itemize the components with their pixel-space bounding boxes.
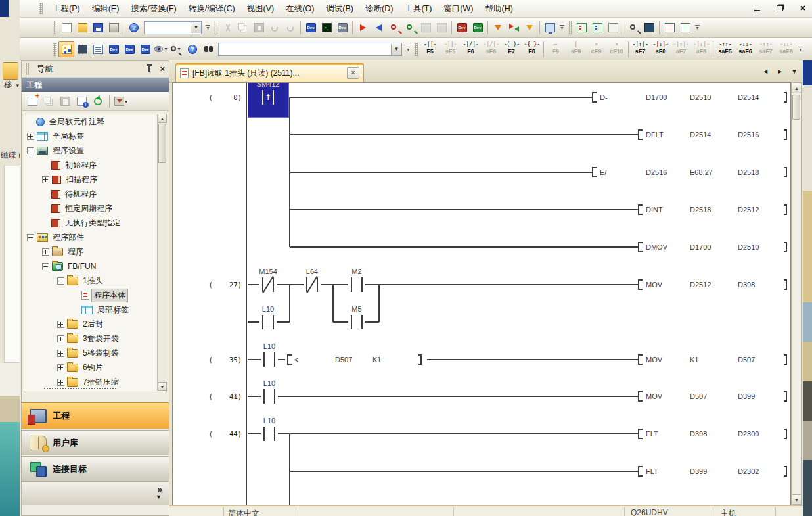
instruction-operand[interactable]: D507	[690, 392, 707, 401]
toolbar-grip[interactable]	[568, 21, 572, 34]
instruction-operand[interactable]: D2300	[738, 430, 759, 438]
nav-button-connection[interactable]: 连接目标	[22, 456, 169, 481]
nav-paste-button[interactable]	[58, 94, 72, 108]
tree-item[interactable]: FB/FUN	[24, 259, 166, 273]
expand-icon[interactable]	[57, 364, 64, 371]
instruction-operand[interactable]: D2518	[738, 168, 759, 177]
instruction-dflt[interactable]: DFLT	[646, 131, 664, 139]
menu-item[interactable]: 编辑(E)	[86, 1, 125, 16]
ladder-key-F7[interactable]: -( )-F7	[501, 39, 522, 59]
chevron-down-icon[interactable]: ▼	[156, 494, 162, 500]
menu-item[interactable]: 帮助(H)	[479, 1, 518, 16]
save-project-button[interactable]	[90, 20, 106, 35]
tree-item[interactable]: 7推链压缩	[24, 375, 166, 389]
contact-m5[interactable]	[348, 315, 365, 329]
new-project-button[interactable]	[58, 20, 74, 35]
tree-item[interactable]: 程序部件	[24, 230, 166, 245]
tab-prev-icon[interactable]: ◄	[762, 68, 769, 75]
toolbar-overflow-icon[interactable]	[796, 42, 805, 57]
tab-next-icon[interactable]: ►	[777, 68, 783, 75]
scrollbar-thumb[interactable]	[158, 124, 166, 163]
instruction-operand[interactable]: E68.27	[690, 168, 713, 177]
device-list-button[interactable]: Dev	[122, 41, 137, 57]
module-config-button[interactable]	[74, 41, 90, 57]
instruction-mov[interactable]: MOV	[646, 281, 662, 289]
contact-m154[interactable]	[259, 277, 277, 292]
ladder-key-sF9[interactable]: |sF9	[566, 39, 586, 59]
toolbar-overflow-icon[interactable]	[558, 20, 566, 35]
tree-item[interactable]: 2后封	[24, 317, 166, 331]
device-monitor-button[interactable]: >_	[319, 20, 334, 35]
ladder-key-cF9[interactable]: ×cF9	[586, 39, 606, 59]
instruction-operand[interactable]: D399	[690, 467, 707, 476]
open-project-button[interactable]	[74, 20, 90, 35]
toolbar-overflow-icon[interactable]	[693, 20, 702, 35]
pin-icon[interactable]	[148, 66, 150, 72]
instruction-dmov[interactable]: DMOV	[646, 243, 667, 252]
expand-icon[interactable]	[57, 379, 64, 386]
parameter-write-button[interactable]	[490, 20, 506, 35]
compare-operand[interactable]: D507	[335, 356, 352, 364]
print-button[interactable]	[106, 20, 122, 35]
paste-button[interactable]	[251, 20, 267, 35]
monitor-start-button[interactable]	[386, 20, 402, 35]
device-comment-button[interactable]: Dev	[303, 20, 319, 35]
tree-item[interactable]: 全局标签	[24, 129, 166, 143]
window-select-combo[interactable]: ▼	[144, 21, 202, 34]
ladder-monitor-pause-button[interactable]	[589, 20, 605, 35]
contact-l10[interactable]	[261, 352, 278, 367]
device-test-button[interactable]: Dev	[334, 20, 350, 35]
restore-button[interactable]	[773, 2, 786, 14]
navigation-more-panel[interactable]: » ▼	[22, 481, 169, 505]
collapse-icon[interactable]	[57, 277, 64, 285]
ladder-key-aF8[interactable]: -|↓|-aF8	[691, 39, 711, 59]
scrollbar-thumb[interactable]	[792, 95, 800, 120]
expand-icon[interactable]	[57, 335, 64, 342]
verify-with-plc-button[interactable]	[418, 20, 434, 35]
scroll-up-icon[interactable]: ▲	[792, 83, 801, 93]
tree-item[interactable]: 1推头	[24, 273, 166, 288]
remote-operation-button[interactable]	[434, 20, 449, 35]
compare-operator[interactable]: <	[294, 356, 298, 364]
tree-item[interactable]: 3套袋开袋	[24, 331, 166, 346]
contact-l10[interactable]	[261, 427, 278, 441]
ladder-key-sF7[interactable]: -|↑|-sF7	[630, 39, 650, 59]
ladder-key-sF5[interactable]: -||-sF5	[440, 39, 461, 59]
tree-item[interactable]: 程序设置	[24, 143, 166, 158]
panel-grip[interactable]	[26, 63, 29, 75]
toolbar-overflow-icon[interactable]	[404, 42, 413, 57]
panel-close-icon[interactable]	[160, 64, 165, 74]
nav-refresh-button[interactable]	[91, 94, 105, 108]
ladder-key-F5[interactable]: -||-F5	[420, 39, 440, 59]
menu-item[interactable]: 工程(P)	[47, 1, 86, 16]
contact-sm412[interactable]: ↑	[259, 90, 277, 105]
instruction-dint[interactable]: DINT	[646, 206, 663, 214]
menu-item[interactable]: 转换/编译(C)	[183, 1, 241, 16]
parameter-read-button[interactable]	[522, 20, 537, 35]
contact-l64[interactable]	[304, 277, 321, 292]
undo-button[interactable]	[267, 20, 282, 35]
redo-button[interactable]	[282, 20, 298, 35]
ladder-key-aF7[interactable]: -|↑|-aF7	[671, 39, 691, 59]
project-view-button[interactable]	[58, 41, 74, 57]
contact-l10[interactable]	[261, 389, 278, 404]
ladder-key-saF6[interactable]: -↓↓-saF6	[735, 39, 756, 59]
scroll-down-icon[interactable]: ▼	[792, 494, 801, 505]
collapse-icon[interactable]	[42, 263, 49, 270]
instruction-d[interactable]: D-	[600, 93, 608, 102]
ladder-key-sF6[interactable]: -|/|-sF6	[481, 39, 501, 59]
instruction-operand[interactable]: D398	[738, 281, 755, 289]
toolbar-grip[interactable]	[53, 21, 56, 34]
tree-item[interactable]: 无执行类型指定	[24, 216, 166, 230]
instruction-flt[interactable]: FLT	[646, 467, 658, 476]
cross-reference-button[interactable]	[200, 41, 216, 57]
device-batch-edit-button[interactable]: Dev	[137, 41, 153, 57]
ladder-key-F9[interactable]: —F9	[545, 39, 566, 59]
compare-operand[interactable]: K1	[372, 356, 381, 364]
expand-icon[interactable]	[57, 321, 64, 328]
device-display-button[interactable]	[153, 41, 169, 57]
ladder-monitor-step-button[interactable]	[605, 20, 621, 35]
expand-icon[interactable]	[42, 176, 49, 183]
tree-scrollbar[interactable]: ▲ ▼	[157, 114, 167, 391]
collapse-icon[interactable]	[27, 234, 34, 241]
